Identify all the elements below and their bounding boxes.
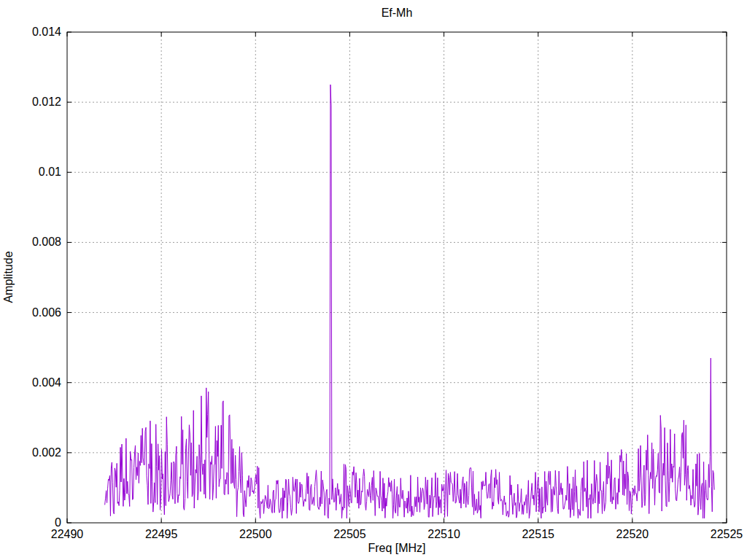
chart: 2249022495225002250522510225152252022525…	[0, 0, 747, 560]
x-axis-label: Freq [MHz]	[368, 542, 425, 554]
y-tick-label: 0.008	[32, 236, 61, 248]
chart-title: Ef-Mh	[382, 7, 413, 19]
y-tick-label: 0.002	[32, 446, 61, 459]
x-tick-label: 22505	[333, 528, 366, 540]
y-tick-label: 0.012	[32, 96, 61, 108]
x-tick-label: 22525	[711, 528, 743, 540]
x-tick-label: 22520	[616, 528, 649, 540]
data-line	[105, 85, 715, 518]
x-tick-label: 22495	[145, 528, 178, 540]
y-tick-label: 0.014	[32, 26, 61, 38]
plot-canvas: 2249022495225002250522510225152252022525…	[0, 0, 747, 560]
y-tick-label: 0.004	[32, 376, 61, 389]
x-tick-label: 22510	[427, 528, 460, 540]
y-axis-label: Amplitude	[2, 251, 15, 303]
y-tick-label: 0.006	[32, 306, 61, 319]
x-tick-label: 22490	[51, 528, 84, 540]
x-tick-label: 22515	[522, 528, 554, 540]
x-tick-label: 22500	[239, 528, 272, 540]
y-tick-label: 0.01	[39, 166, 61, 178]
y-tick-label: 0	[55, 516, 61, 529]
